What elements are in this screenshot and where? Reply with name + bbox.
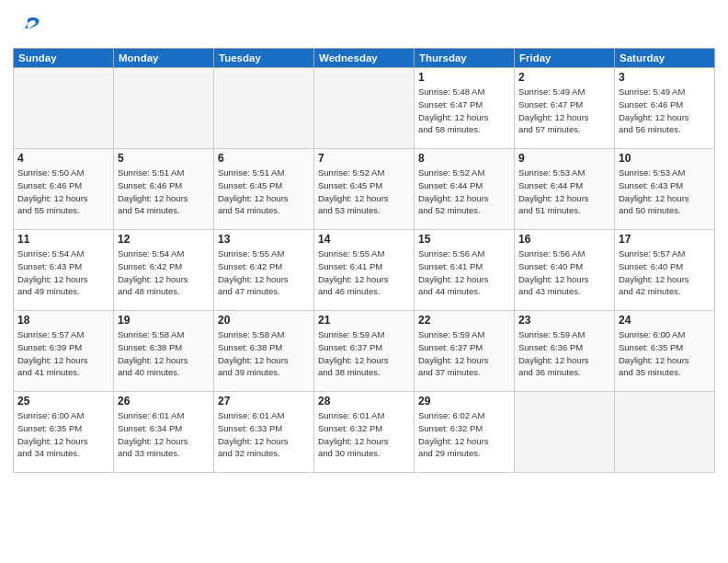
calendar-body: 1Sunrise: 5:48 AM Sunset: 6:47 PM Daylig… [14, 68, 715, 473]
day-info: Sunrise: 5:49 AM Sunset: 6:46 PM Dayligh… [619, 86, 711, 136]
calendar-cell: 3Sunrise: 5:49 AM Sunset: 6:46 PM Daylig… [615, 68, 715, 149]
calendar-cell: 25Sunrise: 6:00 AM Sunset: 6:35 PM Dayli… [14, 392, 114, 473]
day-info: Sunrise: 6:02 AM Sunset: 6:32 PM Dayligh… [418, 409, 510, 460]
day-info: Sunrise: 5:51 AM Sunset: 6:46 PM Dayligh… [118, 167, 210, 217]
calendar-cell [314, 68, 415, 149]
day-number: 11 [17, 233, 109, 246]
day-number: 7 [318, 152, 410, 165]
calendar-cell: 9Sunrise: 5:53 AM Sunset: 6:44 PM Daylig… [515, 149, 615, 230]
calendar-cell: 6Sunrise: 5:51 AM Sunset: 6:45 PM Daylig… [214, 149, 314, 230]
day-number: 24 [619, 314, 711, 327]
day-info: Sunrise: 5:52 AM Sunset: 6:45 PM Dayligh… [318, 167, 410, 217]
day-number: 20 [218, 314, 310, 327]
calendar-cell [515, 392, 615, 473]
calendar-cell [14, 68, 114, 149]
calendar-cell: 13Sunrise: 5:55 AM Sunset: 6:42 PM Dayli… [214, 230, 314, 311]
calendar-cell: 7Sunrise: 5:52 AM Sunset: 6:45 PM Daylig… [314, 149, 415, 230]
day-info: Sunrise: 6:01 AM Sunset: 6:32 PM Dayligh… [318, 409, 410, 460]
calendar-cell: 10Sunrise: 5:53 AM Sunset: 6:43 PM Dayli… [615, 149, 715, 230]
day-info: Sunrise: 5:56 AM Sunset: 6:41 PM Dayligh… [418, 247, 510, 298]
day-info: Sunrise: 5:58 AM Sunset: 6:38 PM Dayligh… [118, 328, 210, 379]
calendar-cell [114, 68, 214, 149]
day-number: 21 [318, 314, 410, 327]
day-info: Sunrise: 5:53 AM Sunset: 6:43 PM Dayligh… [619, 167, 711, 217]
calendar-cell [214, 68, 314, 149]
calendar-week-row: 18Sunrise: 5:57 AM Sunset: 6:39 PM Dayli… [14, 311, 715, 392]
day-number: 18 [17, 314, 109, 327]
day-number: 17 [619, 233, 711, 246]
day-info: Sunrise: 5:55 AM Sunset: 6:42 PM Dayligh… [218, 247, 310, 298]
calendar-cell: 1Sunrise: 5:48 AM Sunset: 6:47 PM Daylig… [415, 68, 515, 149]
day-info: Sunrise: 6:00 AM Sunset: 6:35 PM Dayligh… [17, 409, 109, 460]
logo-bird-icon [15, 13, 40, 39]
day-number: 19 [118, 314, 210, 327]
calendar-table: SundayMondayTuesdayWednesdayThursdayFrid… [13, 48, 715, 473]
calendar-cell: 18Sunrise: 5:57 AM Sunset: 6:39 PM Dayli… [14, 311, 114, 392]
day-number: 8 [418, 152, 510, 165]
day-number: 27 [218, 395, 310, 408]
day-number: 6 [218, 152, 310, 165]
calendar-cell: 15Sunrise: 5:56 AM Sunset: 6:41 PM Dayli… [415, 230, 515, 311]
calendar-cell: 8Sunrise: 5:52 AM Sunset: 6:44 PM Daylig… [415, 149, 515, 230]
day-number: 26 [118, 395, 210, 408]
calendar-cell: 12Sunrise: 5:54 AM Sunset: 6:42 PM Dayli… [114, 230, 214, 311]
day-number: 25 [17, 395, 109, 408]
calendar-cell: 24Sunrise: 6:00 AM Sunset: 6:35 PM Dayli… [615, 311, 715, 392]
day-info: Sunrise: 6:01 AM Sunset: 6:34 PM Dayligh… [118, 409, 210, 460]
calendar-cell: 23Sunrise: 5:59 AM Sunset: 6:36 PM Dayli… [515, 311, 615, 392]
weekday-header-saturday: Saturday [615, 49, 715, 68]
calendar-week-row: 1Sunrise: 5:48 AM Sunset: 6:47 PM Daylig… [14, 68, 715, 149]
day-info: Sunrise: 6:01 AM Sunset: 6:33 PM Dayligh… [218, 409, 310, 460]
calendar-cell: 21Sunrise: 5:59 AM Sunset: 6:37 PM Dayli… [314, 311, 415, 392]
day-info: Sunrise: 5:54 AM Sunset: 6:42 PM Dayligh… [118, 247, 210, 298]
logo [13, 13, 40, 42]
day-number: 16 [518, 233, 610, 246]
calendar-cell: 14Sunrise: 5:55 AM Sunset: 6:41 PM Dayli… [314, 230, 415, 311]
day-number: 10 [619, 152, 711, 165]
day-info: Sunrise: 5:48 AM Sunset: 6:47 PM Dayligh… [418, 86, 510, 136]
weekday-header-wednesday: Wednesday [314, 49, 415, 68]
day-info: Sunrise: 5:53 AM Sunset: 6:44 PM Dayligh… [518, 167, 610, 217]
calendar-week-row: 25Sunrise: 6:00 AM Sunset: 6:35 PM Dayli… [14, 392, 715, 473]
day-info: Sunrise: 5:59 AM Sunset: 6:36 PM Dayligh… [518, 328, 610, 379]
calendar-cell: 5Sunrise: 5:51 AM Sunset: 6:46 PM Daylig… [114, 149, 214, 230]
day-info: Sunrise: 5:59 AM Sunset: 6:37 PM Dayligh… [318, 328, 410, 379]
day-info: Sunrise: 5:51 AM Sunset: 6:45 PM Dayligh… [218, 167, 310, 217]
weekday-header-sunday: Sunday [14, 49, 114, 68]
day-info: Sunrise: 5:50 AM Sunset: 6:46 PM Dayligh… [17, 167, 109, 217]
day-number: 28 [318, 395, 410, 408]
day-info: Sunrise: 5:56 AM Sunset: 6:40 PM Dayligh… [518, 247, 610, 298]
day-number: 23 [518, 314, 610, 327]
weekday-header-friday: Friday [515, 49, 615, 68]
day-info: Sunrise: 5:52 AM Sunset: 6:44 PM Dayligh… [418, 167, 510, 217]
calendar-cell: 26Sunrise: 6:01 AM Sunset: 6:34 PM Dayli… [114, 392, 214, 473]
calendar-cell: 2Sunrise: 5:49 AM Sunset: 6:47 PM Daylig… [515, 68, 615, 149]
day-info: Sunrise: 5:54 AM Sunset: 6:43 PM Dayligh… [17, 247, 109, 298]
calendar-cell: 28Sunrise: 6:01 AM Sunset: 6:32 PM Dayli… [314, 392, 415, 473]
day-info: Sunrise: 5:55 AM Sunset: 6:41 PM Dayligh… [318, 247, 410, 298]
calendar-cell: 11Sunrise: 5:54 AM Sunset: 6:43 PM Dayli… [14, 230, 114, 311]
calendar-cell: 29Sunrise: 6:02 AM Sunset: 6:32 PM Dayli… [415, 392, 515, 473]
day-number: 12 [118, 233, 210, 246]
day-number: 1 [418, 71, 510, 84]
page: SundayMondayTuesdayWednesdayThursdayFrid… [0, 0, 728, 482]
day-number: 3 [619, 71, 711, 84]
calendar-cell: 19Sunrise: 5:58 AM Sunset: 6:38 PM Dayli… [114, 311, 214, 392]
day-info: Sunrise: 5:57 AM Sunset: 6:39 PM Dayligh… [17, 328, 109, 379]
day-info: Sunrise: 6:00 AM Sunset: 6:35 PM Dayligh… [619, 328, 711, 379]
day-info: Sunrise: 5:49 AM Sunset: 6:47 PM Dayligh… [518, 86, 610, 136]
day-info: Sunrise: 5:59 AM Sunset: 6:37 PM Dayligh… [418, 328, 510, 379]
day-number: 22 [418, 314, 510, 327]
day-info: Sunrise: 5:57 AM Sunset: 6:40 PM Dayligh… [619, 247, 711, 298]
calendar-week-row: 11Sunrise: 5:54 AM Sunset: 6:43 PM Dayli… [14, 230, 715, 311]
day-number: 4 [17, 152, 109, 165]
calendar-cell: 27Sunrise: 6:01 AM Sunset: 6:33 PM Dayli… [214, 392, 314, 473]
day-number: 14 [318, 233, 410, 246]
calendar-header-row: SundayMondayTuesdayWednesdayThursdayFrid… [14, 49, 715, 68]
calendar-cell: 16Sunrise: 5:56 AM Sunset: 6:40 PM Dayli… [515, 230, 615, 311]
calendar-cell [615, 392, 715, 473]
day-number: 13 [218, 233, 310, 246]
calendar-cell: 17Sunrise: 5:57 AM Sunset: 6:40 PM Dayli… [615, 230, 715, 311]
day-number: 29 [418, 395, 510, 408]
weekday-header-tuesday: Tuesday [214, 49, 314, 68]
